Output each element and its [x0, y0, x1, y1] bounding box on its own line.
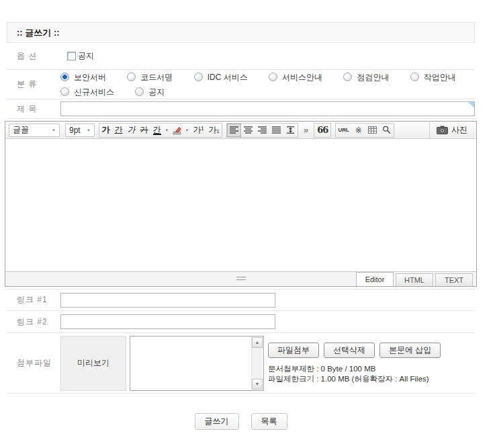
category-radio-item[interactable]: IDC 서비스: [194, 73, 248, 82]
radio-button[interactable]: [127, 73, 136, 81]
radio-label[interactable]: 신규서비스: [74, 87, 114, 97]
attachment-buttons: 파일첨부 선택삭제 본문에 삽입: [268, 343, 441, 358]
font-family-select[interactable]: 글꼴 ▼: [9, 124, 60, 137]
superscript-button[interactable]: 가¹: [191, 124, 206, 137]
autocomplete-corner-marker: [468, 102, 474, 108]
link2-input[interactable]: [60, 314, 275, 329]
insert-button-group: URL ※: [335, 123, 394, 138]
insert-table-button[interactable]: [365, 124, 379, 137]
find-replace-button[interactable]: [379, 124, 394, 137]
font-family-value: 글꼴: [13, 124, 29, 136]
write-post-page: :: 글쓰기 :: 옵 션 공지 분 류 보안서버 코드서명 IDC 서비스 서…: [0, 0, 495, 448]
quote-button-group: 66: [314, 123, 331, 138]
align-center-button[interactable]: [241, 124, 255, 137]
highlight-button[interactable]: [171, 124, 183, 137]
insert-to-body-button[interactable]: 본문에 삽입: [379, 343, 441, 358]
category-row: 분 류 보안서버 코드서명 IDC 서비스 서비스안내 점검안내 작업안내 신규…: [7, 70, 475, 99]
notice-checkbox-label[interactable]: 공지: [78, 50, 94, 62]
bold-button[interactable]: 가: [99, 124, 112, 137]
tab-text[interactable]: TEXT: [435, 273, 473, 286]
radio-button[interactable]: [135, 87, 144, 96]
url-icon: URL: [339, 127, 349, 133]
tab-html[interactable]: HTML: [396, 273, 433, 286]
scroll-down-icon[interactable]: ▼: [252, 379, 263, 390]
editor-content[interactable]: [5, 139, 476, 271]
category-radio-item[interactable]: 점검안내: [343, 73, 389, 82]
table-icon: [368, 126, 377, 134]
doc-limit-text: 문서첨부제한 : 0 Byte / 100 MB: [268, 364, 441, 374]
radio-button[interactable]: [60, 87, 69, 96]
category-radio-item[interactable]: 신규서비스: [60, 87, 114, 97]
notice-checkbox[interactable]: [67, 52, 76, 60]
radio-button[interactable]: [194, 73, 203, 81]
align-right-icon: [258, 126, 267, 134]
title-label: 제 목: [7, 103, 60, 115]
title-input[interactable]: [60, 101, 475, 116]
link1-input[interactable]: [60, 293, 275, 308]
radio-button[interactable]: [343, 73, 352, 81]
font-color-glyph: 간: [153, 126, 161, 135]
more-tools-button[interactable]: »: [304, 125, 308, 135]
category-radio-item[interactable]: 작업안내: [410, 73, 456, 82]
attach-file-button[interactable]: 파일첨부: [268, 343, 319, 358]
font-size-value: 9pt: [69, 126, 81, 135]
title-row: 제 목: [7, 99, 475, 119]
radio-label[interactable]: 코드서명: [140, 73, 173, 82]
option-row: 옵 션 공지: [7, 43, 475, 70]
link1-label: 링크 #1: [7, 294, 60, 306]
radio-label[interactable]: 서비스안내: [282, 73, 322, 82]
blockquote-button[interactable]: 66: [314, 124, 330, 137]
file-list-scrollbar[interactable]: ▲ ▼: [251, 337, 263, 390]
radio-label[interactable]: 점검안내: [357, 73, 389, 82]
editor-mode-tabs: Editor HTML TEXT: [356, 272, 473, 286]
font-size-select[interactable]: 9pt ▼: [65, 124, 95, 137]
line-height-button[interactable]: [283, 124, 298, 137]
radio-label[interactable]: 공지: [148, 87, 165, 97]
file-limit-text: 파일제한크기 : 1.00 MB (허용확장자 : All Files): [268, 374, 441, 384]
category-radio-item[interactable]: 공지: [135, 87, 165, 97]
page-title: :: 글쓰기 ::: [7, 22, 475, 43]
radio-button[interactable]: [410, 73, 419, 81]
strikethrough-button[interactable]: 가: [138, 124, 150, 137]
category-radio-item[interactable]: 서비스안내: [269, 73, 322, 82]
url-link-button[interactable]: URL: [336, 124, 351, 137]
list-button[interactable]: 목록: [251, 413, 287, 430]
scroll-up-icon[interactable]: ▲: [252, 337, 263, 348]
subscript-button[interactable]: 가₁: [206, 124, 222, 137]
category-radio-item[interactable]: 보안서버: [60, 73, 106, 82]
editor-toolbar: 글꼴 ▼ 9pt ▼ 가 간 가 가 간 ▼ ▼: [5, 122, 476, 139]
attachment-controls: 파일첨부 선택삭제 본문에 삽입 문서첨부제한 : 0 Byte / 100 M…: [268, 343, 441, 384]
attachment-row: 첨부파일 미리보기 ▲ ▼ 파일첨부 선택삭제 본문에 삽입 문서첨부제한 : …: [7, 333, 475, 394]
font-color-dropdown-arrow[interactable]: ▼: [163, 124, 171, 137]
rich-text-editor: 글꼴 ▼ 9pt ▼ 가 간 가 가 간 ▼ ▼: [5, 121, 477, 287]
category-radio-item[interactable]: 코드서명: [127, 73, 173, 82]
underline-button[interactable]: 간: [112, 124, 125, 137]
radio-button[interactable]: [269, 73, 277, 81]
photo-button[interactable]: 사진: [429, 122, 474, 139]
quote-icon: 66: [317, 125, 328, 135]
font-color-button[interactable]: 간: [150, 124, 163, 137]
submit-button[interactable]: 글쓰기: [195, 413, 239, 430]
attachment-file-list[interactable]: ▲ ▼: [130, 336, 264, 391]
radio-label[interactable]: IDC 서비스: [208, 73, 248, 82]
special-char-button[interactable]: ※: [351, 124, 365, 137]
align-button-group: [226, 123, 298, 138]
align-justify-button[interactable]: [269, 124, 283, 137]
resize-drag-handle[interactable]: [236, 277, 246, 280]
option-label: 옵 션: [7, 50, 60, 62]
radio-label[interactable]: 작업안내: [424, 73, 456, 82]
attachment-limits: 문서첨부제한 : 0 Byte / 100 MB 파일제한크기 : 1.00 M…: [268, 364, 441, 384]
chevron-down-icon: ▼: [52, 128, 56, 132]
italic-button[interactable]: 가: [125, 124, 138, 137]
tab-editor[interactable]: Editor: [356, 272, 394, 286]
radio-label[interactable]: 보안서버: [74, 73, 106, 82]
align-right-button[interactable]: [255, 124, 269, 137]
chevron-down-icon: ▼: [87, 128, 91, 132]
search-icon: [382, 126, 391, 134]
radio-button-selected[interactable]: [60, 73, 69, 81]
highlight-dropdown-arrow[interactable]: ▼: [183, 124, 191, 137]
link2-row: 링크 #2: [7, 311, 475, 333]
align-left-button[interactable]: [227, 124, 241, 137]
special-char-icon: ※: [355, 126, 362, 135]
delete-selected-button[interactable]: 선택삭제: [324, 343, 375, 358]
